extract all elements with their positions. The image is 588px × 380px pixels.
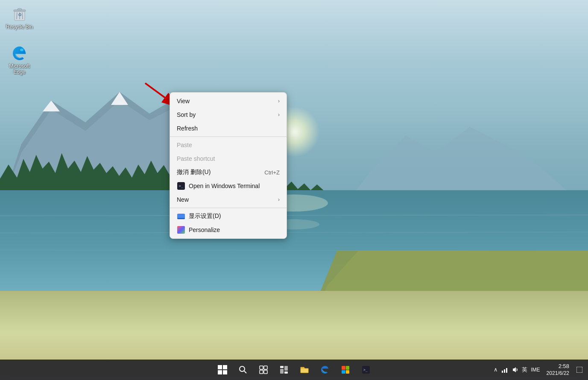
svg-rect-36 (342, 366, 345, 370)
windows-logo-icon (218, 365, 227, 374)
recycle-bin-label: Recycle Bin (6, 24, 33, 30)
task-view-icon (259, 365, 268, 374)
svg-rect-23 (223, 365, 227, 369)
desktop: ♻ Recycle Bin (0, 0, 588, 380)
clock[interactable]: 2:58 2021/6/22 (543, 361, 573, 378)
svg-rect-31 (264, 370, 267, 374)
store-button[interactable] (336, 360, 355, 379)
svg-rect-43 (504, 369, 505, 373)
svg-rect-22 (218, 365, 222, 369)
file-explorer-button[interactable] (295, 360, 314, 379)
edge-image (11, 44, 28, 61)
svg-rect-45 (576, 367, 582, 373)
edge-taskbar-icon (320, 365, 330, 374)
menu-item-undo[interactable]: 撤消 删除(U) Ctrl+Z (170, 165, 287, 179)
view-submenu-arrow: › (278, 98, 280, 104)
menu-item-view-label: View (177, 98, 278, 104)
ime-tray[interactable]: IME (529, 365, 541, 374)
clock-time: 2:58 (547, 363, 569, 370)
svg-rect-14 (18, 9, 22, 10)
menu-item-refresh[interactable]: Refresh (170, 122, 287, 135)
svg-rect-39 (346, 370, 349, 374)
edge-label: Microsoft Edge (5, 63, 34, 75)
svg-rect-32 (280, 366, 284, 368)
svg-rect-24 (218, 370, 222, 374)
svg-rect-38 (342, 370, 345, 374)
menu-item-display[interactable]: 显示设置(D) (170, 209, 287, 223)
svg-rect-34 (284, 366, 288, 371)
language-tray[interactable]: 英 (521, 364, 529, 375)
svg-line-27 (244, 371, 246, 373)
svg-line-15 (17, 12, 17, 19)
recycle-bin-image: ♻ (11, 5, 28, 22)
menu-item-sort[interactable]: Sort by › (170, 108, 287, 122)
menu-item-personalize-label: Personalize (189, 226, 280, 233)
language-label: 英 (522, 366, 527, 374)
taskbar: >_ ∧ (0, 360, 588, 380)
system-tray: ∧ (492, 364, 541, 375)
menu-item-terminal[interactable]: >_ Open in Windows Terminal (170, 179, 287, 193)
notification-icon (576, 367, 582, 373)
context-menu: View › Sort by › Refresh Paste Paste sho… (170, 92, 287, 239)
menu-separator-2 (170, 208, 287, 208)
network-tray-icon[interactable] (500, 365, 509, 375)
widgets-button[interactable] (275, 360, 293, 379)
svg-text:>_: >_ (363, 368, 368, 372)
menu-item-refresh-label: Refresh (177, 125, 280, 132)
clock-date: 2021/6/22 (547, 370, 569, 377)
menu-item-new[interactable]: New › (170, 193, 287, 206)
svg-text:♻: ♻ (18, 12, 21, 17)
svg-rect-30 (260, 370, 263, 374)
ime-label: IME (531, 367, 540, 373)
svg-point-26 (240, 366, 245, 371)
edge-taskbar-button[interactable] (316, 360, 334, 379)
menu-item-undo-label: 撤消 删除(U) (177, 168, 256, 176)
widgets-icon (280, 365, 288, 374)
sort-submenu-arrow: › (278, 112, 280, 118)
terminal-taskbar-button[interactable]: >_ (357, 360, 375, 379)
svg-rect-37 (346, 366, 349, 370)
sound-tray-icon[interactable] (510, 365, 520, 375)
terminal-taskbar-icon: >_ (362, 365, 370, 374)
desktop-icons-container: ♻ Recycle Bin (0, 0, 588, 360)
svg-rect-25 (223, 370, 227, 374)
search-icon (239, 365, 247, 374)
recycle-bin-icon[interactable]: ♻ Recycle Bin (3, 3, 35, 32)
svg-line-17 (22, 12, 23, 19)
svg-rect-42 (502, 371, 503, 373)
personalize-menu-icon (177, 226, 185, 234)
svg-rect-33 (280, 369, 284, 374)
new-submenu-arrow: › (278, 197, 280, 203)
menu-item-view[interactable]: View › (170, 94, 287, 108)
svg-point-19 (20, 49, 23, 51)
taskbar-center: >_ (213, 360, 375, 379)
menu-item-terminal-label: Open in Windows Terminal (189, 183, 280, 189)
svg-rect-44 (506, 368, 507, 373)
menu-item-personalize[interactable]: Personalize (170, 223, 287, 237)
file-explorer-icon (300, 365, 309, 374)
menu-item-undo-shortcut: Ctrl+Z (264, 169, 280, 176)
notification-button[interactable] (574, 361, 585, 378)
display-menu-icon (177, 212, 185, 220)
menu-item-paste-label: Paste (177, 142, 280, 148)
taskbar-right: ∧ (492, 361, 588, 378)
menu-item-paste: Paste (170, 138, 287, 152)
start-button[interactable] (213, 360, 232, 379)
menu-item-display-label: 显示设置(D) (189, 212, 280, 220)
menu-item-new-label: New (177, 196, 278, 203)
terminal-menu-icon: >_ (177, 182, 185, 190)
svg-rect-28 (260, 366, 263, 369)
menu-item-paste-shortcut: Paste shortcut (170, 152, 287, 165)
svg-rect-29 (264, 366, 267, 369)
task-view-button[interactable] (254, 360, 273, 379)
tray-chevron[interactable]: ∧ (492, 365, 499, 374)
menu-separator-1 (170, 136, 287, 137)
edge-icon[interactable]: Microsoft Edge (3, 43, 35, 77)
search-button[interactable] (234, 360, 252, 379)
store-icon (341, 365, 350, 374)
menu-item-paste-shortcut-label: Paste shortcut (177, 155, 280, 162)
svg-rect-35 (284, 371, 288, 374)
menu-item-sort-label: Sort by (177, 111, 278, 118)
